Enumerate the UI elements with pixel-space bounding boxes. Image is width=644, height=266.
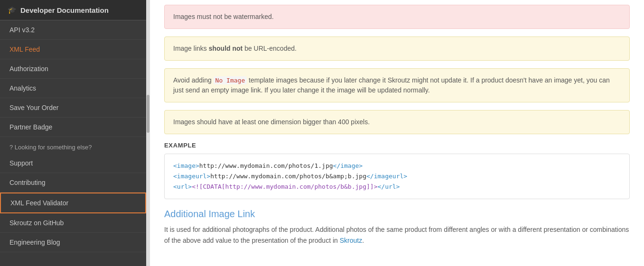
alert-url-encoded: Image links should not be URL-encoded.: [164, 37, 630, 61]
sidebar: 🎓 Developer Documentation API v3.2 XML F…: [0, 0, 146, 266]
example-code-block: <image>http://www.mydomain.com/photos/1.…: [164, 154, 630, 199]
sidebar-item-engineering-blog[interactable]: Engineering Blog: [0, 233, 146, 252]
sidebar-item-xml-feed-validator[interactable]: XML Feed Validator: [0, 193, 146, 213]
cdata-content: <![CDATA[http://www.mydomain.com/photos/…: [192, 183, 377, 190]
url-1: http://www.mydomain.com/photos/1.jpg: [199, 162, 333, 169]
sidebar-item-contributing[interactable]: Contributing: [0, 173, 146, 193]
additional-image-body-before: It is used for additional photographs of…: [164, 226, 629, 244]
alert-no-image: Avoid adding No Image template images be…: [164, 68, 630, 102]
sidebar-item-support[interactable]: Support: [0, 154, 146, 173]
alert-url-encoded-bold: should not: [209, 45, 243, 52]
url-2: http://www.mydomain.com/photos/b&amp;b.j…: [210, 173, 366, 180]
alert-watermark: Images must not be watermarked.: [164, 5, 630, 29]
sidebar-title: Developer Documentation: [20, 6, 109, 14]
code-line-2: <imageurl>http://www.mydomain.com/photos…: [173, 171, 621, 182]
skroutz-link[interactable]: Skroutz: [340, 237, 362, 244]
alert-url-encoded-before: Image links: [173, 45, 209, 52]
additional-image-body: It is used for additional photographs of…: [164, 224, 630, 246]
scrollbar[interactable]: [146, 0, 150, 266]
tag-imageurl-open: <imageurl>: [173, 173, 210, 180]
sidebar-item-authorization[interactable]: Authorization: [0, 59, 146, 79]
sidebar-item-xml-feed[interactable]: XML Feed: [0, 40, 146, 59]
tag-image-close: </image>: [333, 162, 363, 169]
sidebar-item-partner-badge[interactable]: Partner Badge: [0, 118, 146, 137]
tag-image-open: <image>: [173, 162, 199, 169]
additional-image-body-after: .: [362, 237, 364, 244]
scrollbar-thumb[interactable]: [147, 95, 149, 133]
sidebar-item-api-v3[interactable]: API v3.2: [0, 20, 146, 40]
main-content: Images must not be watermarked. Image li…: [150, 0, 644, 266]
sidebar-item-save-your-order[interactable]: Save Your Order: [0, 98, 146, 118]
sidebar-item-analytics[interactable]: Analytics: [0, 79, 146, 98]
sidebar-top-nav: API v3.2 XML Feed Authorization Analytic…: [0, 20, 146, 137]
alert-url-encoded-after: be URL-encoded.: [243, 45, 297, 52]
additional-image-heading: Additional Image Link: [164, 209, 630, 220]
alert-dimension-text: Images should have at least one dimensio…: [173, 118, 370, 126]
graduation-icon: 🎓: [8, 6, 17, 14]
tag-url-close: </url>: [377, 183, 400, 190]
tag-imageurl-close: </imageurl>: [366, 173, 407, 180]
alert-dimension: Images should have at least one dimensio…: [164, 110, 630, 134]
sidebar-header: 🎓 Developer Documentation: [0, 0, 146, 20]
alert-watermark-text: Images must not be watermarked.: [173, 13, 274, 20]
tag-url-open: <url>: [173, 183, 192, 190]
sidebar-item-skroutz-github[interactable]: Skroutz on GitHub: [0, 213, 146, 233]
example-heading: EXAMPLE: [164, 142, 630, 149]
sidebar-bottom-nav: Support Contributing XML Feed Validator …: [0, 154, 146, 252]
code-line-3: <url><![CDATA[http://www.mydomain.com/ph…: [173, 182, 621, 192]
no-image-code: No Image: [214, 76, 247, 84]
alert-no-image-before: Avoid adding: [173, 76, 214, 84]
sidebar-section-label: ? Looking for something else?: [0, 137, 146, 154]
code-line-1: <image>http://www.mydomain.com/photos/1.…: [173, 161, 621, 171]
